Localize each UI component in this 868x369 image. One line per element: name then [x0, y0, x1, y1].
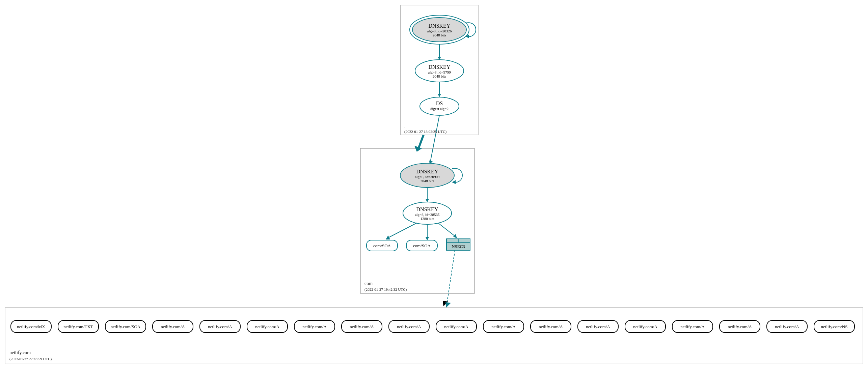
- root-ksk-line1: alg=8, id=20326: [427, 29, 452, 33]
- com-soa1-node: com/SOA: [367, 240, 398, 251]
- netlify-record-label: netlify.com/MX: [17, 324, 45, 329]
- netlify-record-node: netlify.com/A: [767, 320, 807, 333]
- netlify-record-node: netlify.com/A: [531, 320, 571, 333]
- netlify-record-label: netlify.com/A: [680, 324, 705, 329]
- netlify-zone-name: netlify.com: [9, 350, 31, 355]
- netlify-record-node: netlify.com/A: [483, 320, 524, 333]
- netlify-record-label: netlify.com/A: [302, 324, 327, 329]
- netlify-record-node: netlify.com/A: [625, 320, 666, 333]
- root-zone-ts: (2022-01-27 18:02:25 UTC): [404, 130, 447, 134]
- com-zsk-line2: 1280 bits: [421, 217, 434, 221]
- com-ksk-line1: alg=8, id=30909: [415, 175, 440, 179]
- arrow-ds-comksk: [430, 115, 439, 162]
- netlify-record-label: netlify.com/A: [633, 324, 657, 329]
- root-zone-name: .: [404, 123, 406, 129]
- dnssec-diagram: DNSKEY alg=8, id=20326 2048 bits DNSKEY …: [0, 0, 868, 369]
- netlify-records-row: netlify.com/MXnetlify.com/TXTnetlify.com…: [11, 320, 855, 333]
- netlify-record-label: netlify.com/A: [208, 324, 232, 329]
- arrow-comzsk-soa1: [388, 223, 417, 238]
- netlify-record-label: netlify.com/A: [255, 324, 279, 329]
- netlify-record-label: netlify.com/A: [350, 324, 374, 329]
- com-nsec3-label: NSEC3: [452, 244, 465, 249]
- com-nsec3-node: NSEC3: [446, 239, 470, 250]
- netlify-record-label: netlify.com/A: [397, 324, 421, 329]
- com-zsk-node: DNSKEY alg=8, id=38535 1280 bits: [403, 202, 452, 224]
- com-zone-ts: (2022-01-27 19:42:32 UTC): [364, 287, 407, 292]
- root-ds-line1: digest alg=2: [430, 107, 449, 111]
- netlify-record-node: netlify.com/A: [578, 320, 618, 333]
- arrow-root-com-thick: [418, 135, 424, 148]
- com-ksk-title: DNSKEY: [416, 169, 438, 174]
- com-ksk-node: DNSKEY alg=8, id=30909 2048 bits: [400, 163, 462, 188]
- netlify-record-node: netlify.com/A: [153, 320, 193, 333]
- svg-marker-22: [445, 302, 451, 308]
- svg-marker-10: [452, 180, 456, 184]
- netlify-record-label: netlify.com/NS: [821, 324, 848, 329]
- root-zsk-title: DNSKEY: [429, 64, 451, 70]
- netlify-record-label: netlify.com/A: [775, 324, 799, 329]
- netlify-record-node: netlify.com/A: [436, 320, 477, 333]
- com-zone-name: com: [364, 281, 373, 286]
- netlify-record-node: netlify.com/A: [720, 320, 760, 333]
- netlify-zone-ts: (2022-01-27 22:46:59 UTC): [9, 357, 52, 361]
- netlify-record-node: netlify.com/MX: [11, 320, 51, 333]
- svg-marker-5: [438, 94, 441, 97]
- svg-point-6: [420, 97, 459, 115]
- netlify-zone-box: [5, 308, 863, 364]
- netlify-record-node: netlify.com/A: [342, 320, 382, 333]
- root-zsk-line2: 2048 bits: [433, 74, 446, 78]
- com-soa2-node: com/SOA: [406, 240, 437, 251]
- root-zsk-node: DNSKEY alg=8, id=9799 2048 bits: [415, 60, 464, 82]
- netlify-record-node: netlify.com/NS: [814, 320, 855, 333]
- arrow-nsec3-netlify: [447, 250, 455, 304]
- com-zsk-line1: alg=8, id=38535: [415, 212, 440, 217]
- netlify-record-label: netlify.com/A: [728, 324, 752, 329]
- netlify-record-node: netlify.com/TXT: [58, 320, 99, 333]
- com-ksk-line2: 2048 bits: [421, 179, 434, 183]
- svg-marker-15: [453, 234, 457, 238]
- netlify-record-label: netlify.com/TXT: [63, 324, 93, 329]
- netlify-record-node: netlify.com/A: [672, 320, 713, 333]
- netlify-record-label: netlify.com/A: [491, 324, 516, 329]
- netlify-record-node: netlify.com/A: [200, 320, 240, 333]
- netlify-record-label: netlify.com/A: [539, 324, 563, 329]
- com-soa2-label: com/SOA: [413, 243, 431, 248]
- root-zsk-line1: alg=8, id=9799: [428, 70, 451, 74]
- netlify-record-label: netlify.com/SOA: [111, 324, 141, 329]
- root-ksk-node: DNSKEY alg=8, id=20326 2048 bits: [410, 15, 476, 44]
- netlify-record-node: netlify.com/A: [247, 320, 288, 333]
- netlify-record-label: netlify.com/A: [586, 324, 610, 329]
- root-ksk-title: DNSKEY: [429, 23, 451, 29]
- com-zsk-title: DNSKEY: [416, 206, 438, 212]
- netlify-record-node: netlify.com/A: [389, 320, 429, 333]
- root-ds-node: DS digest alg=2: [420, 97, 459, 115]
- com-soa1-label: com/SOA: [373, 243, 391, 248]
- netlify-record-label: netlify.com/A: [444, 324, 468, 329]
- netlify-record-node: netlify.com/SOA: [105, 320, 146, 333]
- root-ksk-line2: 2048 bits: [433, 33, 446, 37]
- arrow-comzsk-nsec3: [438, 223, 455, 236]
- netlify-record-node: netlify.com/A: [294, 320, 335, 333]
- root-ds-title: DS: [436, 101, 443, 106]
- netlify-record-label: netlify.com/A: [161, 324, 185, 329]
